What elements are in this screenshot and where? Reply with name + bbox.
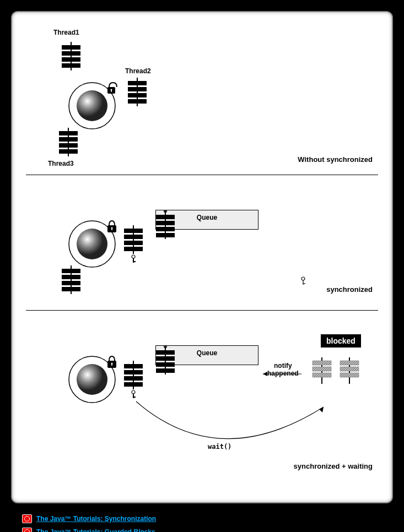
svg-rect-18 (59, 137, 78, 142)
section-without-sync: Thread1 Thread2 Thread3 Without synchron… (26, 23, 378, 166)
wait-label: wait() (208, 443, 231, 450)
svg-rect-62 (156, 233, 175, 237)
svg-rect-105 (156, 356, 175, 361)
svg-marker-78 (319, 407, 324, 412)
queue-box-2: Queue (155, 210, 258, 230)
svg-rect-36 (62, 275, 80, 279)
svg-rect-5 (111, 90, 112, 92)
blocked-label: blocked (321, 334, 361, 348)
section-waiting: Queue blocked notify happened wait() syn… (26, 319, 378, 479)
svg-point-64 (77, 364, 107, 395)
svg-rect-28 (124, 235, 143, 239)
link-row-2: The Java™ Tutorials: Guarded Blocks (22, 528, 382, 532)
svg-rect-25 (111, 228, 112, 230)
footer: The Java™ Tutorials: Synchronization The… (11, 514, 393, 532)
label-thread3: Thread3 (48, 160, 74, 167)
caption-2: synchronized (326, 285, 373, 294)
svg-point-22 (77, 229, 107, 259)
svg-rect-30 (124, 247, 143, 251)
svg-rect-15 (128, 99, 147, 104)
svg-rect-27 (124, 229, 143, 233)
svg-rect-81 (313, 367, 331, 371)
caption-3: synchronized + waiting (294, 462, 373, 470)
svg-rect-38 (62, 287, 80, 291)
svg-rect-70 (124, 370, 143, 374)
queue-box-3: Queue (155, 345, 258, 365)
oracle-icon (22, 514, 32, 523)
label-thread1: Thread1 (53, 29, 79, 36)
svg-point-2 (77, 90, 107, 121)
oracle-icon (22, 528, 32, 532)
svg-rect-19 (59, 143, 78, 148)
svg-rect-69 (124, 364, 143, 368)
notify-label: notify happened (267, 362, 299, 377)
svg-rect-106 (156, 362, 175, 367)
link-row-1: The Java™ Tutorials: Synchronization (22, 514, 382, 523)
svg-rect-14 (128, 93, 147, 97)
link-guarded-blocks[interactable]: The Java™ Tutorials: Guarded Blocks (36, 528, 155, 532)
svg-rect-82 (313, 373, 331, 377)
svg-rect-13 (128, 87, 147, 91)
svg-rect-12 (128, 81, 147, 85)
svg-rect-84 (340, 361, 359, 365)
svg-rect-104 (156, 350, 175, 355)
svg-rect-60 (156, 221, 175, 225)
svg-rect-72 (124, 382, 143, 387)
label-thread2: Thread2 (125, 67, 151, 75)
svg-rect-71 (124, 376, 143, 381)
svg-rect-61 (156, 227, 175, 231)
svg-rect-80 (313, 361, 331, 365)
caption-1: Without synchronized (298, 155, 373, 164)
diagram-panel: Thread1 Thread2 Thread3 Without synchron… (11, 11, 393, 503)
divider-2 (26, 310, 378, 311)
svg-rect-85 (340, 367, 359, 371)
svg-rect-29 (124, 241, 143, 245)
svg-rect-10 (62, 63, 80, 68)
divider-1 (26, 175, 378, 175)
svg-rect-67 (111, 363, 112, 366)
svg-marker-77 (263, 372, 267, 376)
svg-rect-59 (156, 215, 175, 219)
svg-point-73 (132, 390, 135, 394)
svg-rect-86 (340, 373, 359, 377)
svg-rect-17 (59, 131, 78, 135)
svg-rect-9 (62, 57, 80, 62)
svg-rect-37 (62, 281, 80, 285)
svg-point-31 (132, 255, 135, 258)
svg-point-39 (301, 277, 305, 280)
svg-rect-8 (62, 51, 80, 56)
svg-rect-7 (62, 45, 80, 50)
link-synchronization[interactable]: The Java™ Tutorials: Synchronization (36, 515, 156, 523)
section-synchronized: Queue synchronized (26, 183, 378, 302)
svg-rect-20 (59, 149, 78, 154)
svg-rect-107 (156, 368, 175, 373)
svg-rect-35 (62, 269, 80, 273)
